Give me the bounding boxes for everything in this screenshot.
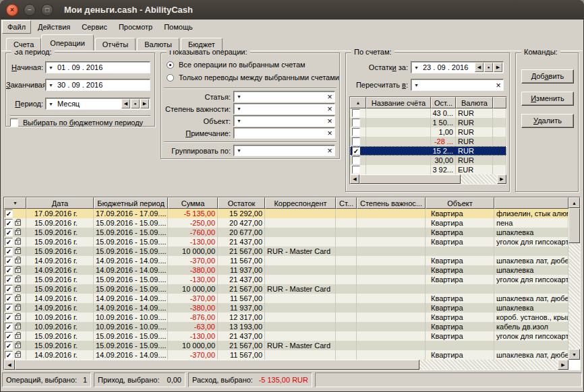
scroll-thumb[interactable] xyxy=(15,360,419,370)
row-checkbox[interactable]: ✓ xyxy=(5,275,13,284)
scroll-thumb[interactable] xyxy=(568,208,580,243)
col-account-extra[interactable] xyxy=(493,97,506,108)
account-checkbox[interactable] xyxy=(352,166,360,174)
row-checkbox[interactable]: ✓ xyxy=(5,351,13,359)
end-date-field[interactable]: ▼ 30 . 09 . 2016 xyxy=(45,79,150,91)
row-checkbox[interactable]: ✓ xyxy=(5,209,13,218)
chevron-down-icon[interactable]: ▼ xyxy=(234,106,244,111)
delete-button[interactable]: Удалить xyxy=(521,114,574,128)
row-checkbox[interactable]: ✓ xyxy=(5,313,13,321)
account-row[interactable]: 3 92...EUR xyxy=(350,165,506,174)
row-checkbox[interactable]: ✓ xyxy=(5,323,13,331)
clear-icon[interactable]: × xyxy=(325,146,334,155)
account-row[interactable]: ✓15 2...RUR xyxy=(350,146,506,156)
row-checkbox[interactable]: ✓ xyxy=(5,257,13,265)
scroll-up-icon[interactable]: ▲ xyxy=(568,197,580,208)
table-row[interactable]: ✓15.09.2016 г.15.09.2016 - 15.09....-130… xyxy=(4,275,568,284)
row-checkbox[interactable]: ✓ xyxy=(5,341,13,350)
account-row[interactable]: 30,00RUR xyxy=(350,156,506,165)
clear-icon[interactable]: × xyxy=(325,129,334,137)
clear-icon[interactable]: × xyxy=(325,117,334,125)
account-row[interactable]: 1 50...RUR xyxy=(350,118,506,127)
filter-field-4[interactable]: ▼× xyxy=(233,145,335,156)
table-row[interactable]: ✓14.09.2016 г.14.09.2016 - 14.09....-370… xyxy=(4,350,568,360)
table-row[interactable]: ✓15.09.2016 г.15.09.2016 - 15.09....-760… xyxy=(4,228,568,237)
chevron-down-icon[interactable]: ▼ xyxy=(234,119,244,123)
operations-v-scrollbar[interactable]: ▲ ▼ xyxy=(568,197,580,360)
account-row[interactable]: 1,00RUR xyxy=(350,127,506,137)
row-checkbox[interactable]: ✓ xyxy=(5,266,13,274)
clear-icon[interactable]: × xyxy=(325,104,334,113)
col-status[interactable]: Ст... xyxy=(336,197,357,209)
scroll-right-icon[interactable]: ▶ xyxy=(497,174,506,184)
col-date[interactable]: Дата xyxy=(26,197,94,209)
budget-period-checkbox-row[interactable]: Выбирать по бюджетному периоду xyxy=(10,119,143,127)
filter-field-1[interactable]: ▼× xyxy=(233,103,335,115)
tab-3[interactable]: Валюты xyxy=(137,38,179,51)
col-account-balance[interactable]: Ост... xyxy=(431,97,456,108)
tab-1[interactable]: Операции xyxy=(41,34,93,51)
account-row[interactable]: -28 ...RUR xyxy=(350,137,506,146)
period-prev-button[interactable]: ◀ xyxy=(121,99,130,108)
account-checkbox[interactable] xyxy=(352,119,360,127)
account-checkbox[interactable] xyxy=(352,137,360,145)
chevron-down-icon[interactable]: ▼ xyxy=(234,94,244,99)
clear-icon[interactable]: × xyxy=(325,92,334,101)
menu-item-3[interactable]: Просмотр xyxy=(114,21,157,33)
row-checkbox[interactable]: ✓ xyxy=(5,238,13,246)
row-checkbox[interactable]: ✓ xyxy=(5,304,13,312)
chevron-down-icon[interactable]: ▼ xyxy=(411,65,421,70)
balances-prev-button[interactable]: ◀ xyxy=(475,63,484,72)
scroll-track[interactable] xyxy=(15,360,558,370)
menu-item-2[interactable]: Сервис xyxy=(77,21,112,33)
table-row[interactable]: ✓10.09.2016 г.10.09.2016 - 10.09....-63,… xyxy=(4,322,568,331)
row-checkbox[interactable]: ✓ xyxy=(5,285,13,293)
period-field[interactable]: ▼ Месяц ◀ ● ▶ xyxy=(45,98,150,110)
period-current-button[interactable]: ● xyxy=(131,99,140,108)
clear-icon[interactable]: × xyxy=(494,81,503,90)
budget-period-checkbox[interactable] xyxy=(10,119,18,127)
col-account-name[interactable]: Название счёта xyxy=(366,97,431,108)
account-checkbox[interactable]: ✓ xyxy=(352,147,360,155)
menu-item-4[interactable]: Помощь xyxy=(159,21,198,33)
col-importance[interactable]: Степень важнос... xyxy=(357,197,426,209)
account-checkbox[interactable] xyxy=(352,156,360,164)
table-row[interactable]: ✓14.09.2016 г.14.09.2016 - 14.09....-370… xyxy=(4,256,568,265)
chevron-down-icon[interactable]: ▼ xyxy=(46,65,56,70)
tab-0[interactable]: Счета xyxy=(6,38,41,51)
scroll-right-icon[interactable]: ▶ xyxy=(558,360,568,370)
col-note[interactable] xyxy=(494,197,568,209)
scroll-thumb[interactable] xyxy=(359,174,461,184)
table-row[interactable]: ✓15.09.2016 г.15.09.2016 - 15.09....-130… xyxy=(4,237,568,247)
table-row[interactable]: ✓15.09.2016 г.15.09.2016 - 15.09....10 0… xyxy=(4,247,568,256)
col-balance[interactable]: Остаток xyxy=(218,197,265,209)
scroll-left-icon[interactable]: ◀ xyxy=(4,360,15,370)
chevron-down-icon[interactable]: ▼ xyxy=(46,102,56,106)
start-date-field[interactable]: ▼ 01 . 09 . 2016 xyxy=(45,61,150,73)
col-account-currency[interactable]: Валюта xyxy=(456,97,493,108)
period-next-button[interactable]: ▶ xyxy=(140,99,149,108)
chevron-down-icon[interactable]: ▼ xyxy=(46,83,56,88)
minimize-icon[interactable]: − xyxy=(24,4,36,16)
chevron-down-icon[interactable]: ▼ xyxy=(234,148,244,153)
tab-4[interactable]: Бюджет xyxy=(181,38,223,51)
table-row[interactable]: ✓14.09.2016 г.14.09.2016 - 14.09....-380… xyxy=(4,303,568,313)
table-row[interactable]: ✓15.09.2016 г.15.09.2016 - 15.09....10 0… xyxy=(4,284,568,294)
table-row[interactable]: ✓14.09.2016 г.14.09.2016 - 14.09....-380… xyxy=(4,265,568,275)
operations-sort-header[interactable]: ▼ xyxy=(4,197,26,209)
col-correspondent[interactable]: Корреспондент xyxy=(265,197,336,209)
scroll-track[interactable] xyxy=(568,208,580,349)
scroll-left-icon[interactable]: ◀ xyxy=(350,174,359,184)
row-checkbox[interactable]: ✓ xyxy=(5,332,13,340)
filter-field-0[interactable]: ▼× xyxy=(233,91,335,102)
table-row[interactable]: ✓15.09.2016 г.15.09.2016 - 15.09....10 0… xyxy=(4,341,568,350)
table-row[interactable]: ✓15.09.2016 г.15.09.2016 - 15.09....-250… xyxy=(4,218,568,228)
scroll-down-icon[interactable]: ▼ xyxy=(568,349,580,360)
menu-item-1[interactable]: Действия xyxy=(33,21,75,33)
operations-h-scrollbar[interactable]: ◀ ▶ xyxy=(4,360,568,370)
balances-current-button[interactable]: ● xyxy=(484,63,493,72)
account-row[interactable]: 43 0...RUR xyxy=(350,108,506,118)
add-button[interactable]: Добавить xyxy=(521,69,574,84)
accounts-h-scrollbar[interactable]: ◀ ▶ xyxy=(350,174,506,184)
tab-2[interactable]: Отчёты xyxy=(95,38,136,51)
